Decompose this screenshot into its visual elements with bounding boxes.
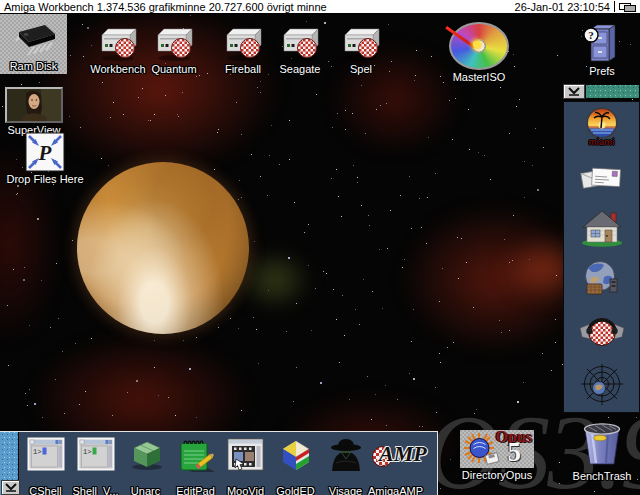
- icon-label: Quantum: [151, 63, 196, 75]
- colored-cube-icon: [277, 437, 315, 472]
- planet-image: [77, 162, 249, 334]
- disk-drive-icon: [221, 24, 265, 62]
- screen-titlebar[interactable]: Amiga Workbench 1.374.536 grafikminne 20…: [0, 0, 640, 14]
- dock-item-globe-head[interactable]: [580, 260, 624, 300]
- dock-item-unarc[interactable]: Unarc: [121, 433, 170, 495]
- filmstrip-window-icon: [227, 437, 265, 472]
- svg-text:?: ?: [588, 29, 594, 41]
- workbench-screen: Amiga Workbench 1.374.536 grafikminne 20…: [0, 0, 640, 495]
- dock-item-label: Shell_V...: [72, 485, 118, 495]
- mona-lisa-icon: [5, 87, 63, 123]
- icon-label: Workbench: [90, 63, 145, 75]
- screen-title: Amiga Workbench 1.374.536 grafikminne 20…: [0, 1, 327, 13]
- desktop-icon-quantum[interactable]: Quantum: [139, 24, 209, 75]
- right-dock: miami: [563, 84, 640, 413]
- desktop-icon-seagate[interactable]: Seagate: [265, 24, 335, 75]
- desktop-icon-spel[interactable]: Spel: [326, 24, 396, 75]
- dock-item-label: GoldED: [276, 485, 315, 495]
- laser-spark: [473, 41, 480, 48]
- icon-label: MasterISO: [453, 71, 506, 83]
- desktop-icon-dropbox[interactable]: P Drop Files Here: [2, 132, 88, 185]
- dock-item-label: CShell: [29, 485, 61, 495]
- dock-item-golded[interactable]: GoldED: [271, 433, 320, 495]
- bottom-dock: 1> CShell 1> Shell_V...: [0, 431, 438, 495]
- dock-item-miami[interactable]: miami: [585, 107, 619, 147]
- screen-depth-gadget[interactable]: [614, 1, 639, 12]
- icon-label: Spel: [350, 63, 372, 75]
- dock-item-label: Visage: [329, 485, 362, 495]
- right-dock-drag-area[interactable]: [585, 84, 640, 99]
- home-icon: [580, 205, 624, 247]
- terminal-icon: 1>: [77, 437, 115, 471]
- disk-drive-icon: [339, 24, 383, 62]
- dock-item-label: EditPad: [176, 485, 215, 495]
- svg-text:1>: 1>: [83, 448, 91, 456]
- dock-item-home[interactable]: [580, 205, 624, 247]
- dock-item-amigaamp[interactable]: AMP AmigaAMP: [371, 433, 420, 495]
- desktop-icon-prefs[interactable]: ? Prefs: [567, 22, 637, 77]
- disk-drive-icon: [278, 24, 322, 62]
- right-dock-body: miami: [563, 101, 640, 413]
- ram-chip-icon: [7, 20, 61, 60]
- laser-beam: [445, 26, 475, 48]
- icon-label: BenchTrash: [573, 470, 632, 482]
- terminal-icon: 1>: [27, 437, 65, 471]
- right-dock-collapse-button[interactable]: [563, 84, 585, 99]
- icon-label: Seagate: [280, 63, 321, 75]
- disk-drive-icon: [96, 24, 140, 62]
- detective-icon: [328, 437, 364, 472]
- drop-files-icon: P: [25, 132, 65, 172]
- desktop-icon-masteriso[interactable]: MasterISO: [444, 22, 514, 83]
- globe-head-icon: [580, 260, 624, 300]
- desktop-wallpaper: OS3.9: [0, 14, 640, 495]
- icon-label: Fireball: [225, 63, 261, 75]
- icon-label: Ram Disk: [10, 60, 58, 72]
- amp-logo-icon: AMP: [371, 437, 420, 471]
- dock-item-mail[interactable]: [580, 161, 624, 191]
- dock-item-editpad[interactable]: EditPad: [171, 433, 220, 495]
- icon-label: DirectoryOpus: [430, 469, 564, 481]
- mail-icon: [580, 161, 624, 191]
- dock-item-label: Unarc: [131, 485, 160, 495]
- dock-item-web[interactable]: [579, 363, 625, 407]
- clock-text: 26-Jan-01 23:10:54: [515, 1, 614, 13]
- boing-ball-headphones-icon: [578, 314, 626, 349]
- bottom-dock-collapse-button[interactable]: [1, 480, 20, 495]
- miami-label: miami: [588, 138, 614, 147]
- svg-text:P: P: [38, 141, 52, 165]
- desktop-icon-superview[interactable]: SuperView: [2, 87, 66, 136]
- green-box-icon: [127, 437, 165, 471]
- dock-item-label: MooVid: [227, 485, 264, 495]
- right-dock-titlebar[interactable]: [563, 84, 640, 99]
- icon-label: Prefs: [589, 65, 615, 77]
- dock-item-visage[interactable]: Visage: [321, 433, 370, 495]
- cd-icon: [449, 22, 509, 70]
- dock-item-cshell[interactable]: 1> CShell: [21, 433, 70, 495]
- spiderweb-globe-icon: [579, 363, 625, 407]
- dock-item-label: AmigaAMP: [368, 485, 423, 495]
- desktop-icon-benchtrash[interactable]: BenchTrash: [570, 419, 634, 482]
- disk-drive-icon: [152, 24, 196, 62]
- trash-bucket-icon: [575, 419, 629, 469]
- desktop-icon-directoryopus[interactable]: Opus 5: [460, 430, 534, 468]
- prefs-cabinet-icon: ?: [582, 22, 622, 64]
- miami-icon: [585, 107, 619, 140]
- notepad-pencil-icon: [175, 437, 217, 473]
- svg-text:1>: 1>: [33, 448, 41, 456]
- opus-number-text: 5: [508, 437, 522, 468]
- dock-item-moovid[interactable]: MooVid: [221, 433, 270, 495]
- icon-label: Drop Files Here: [6, 173, 83, 185]
- dock-item-shell[interactable]: 1> Shell_V...: [71, 433, 120, 495]
- dock-item-boing-amp[interactable]: [578, 314, 626, 349]
- desktop-icon-ramdisk[interactable]: Ram Disk: [0, 14, 67, 74]
